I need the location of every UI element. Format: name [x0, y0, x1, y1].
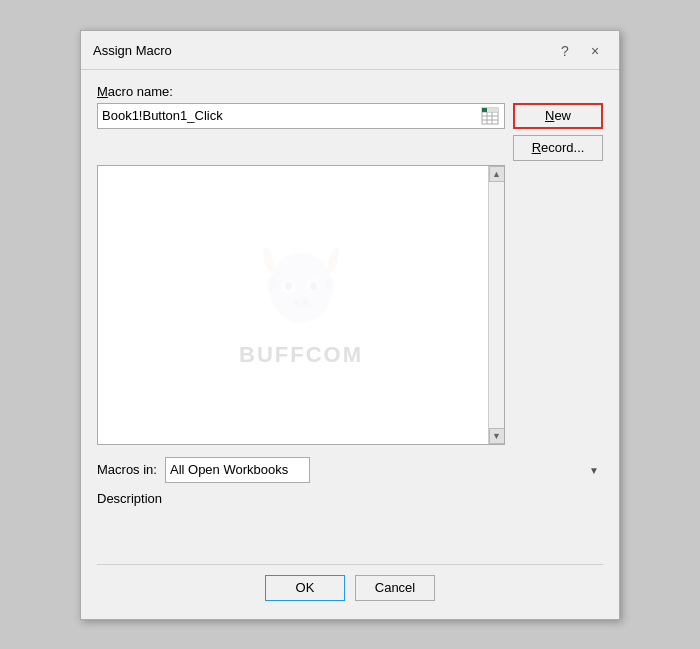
select-chevron-icon: ▼ [589, 464, 599, 475]
watermark-svg [251, 242, 351, 342]
scroll-up-arrow[interactable]: ▲ [489, 166, 505, 182]
macros-in-label: Macros in: [97, 462, 157, 477]
scroll-track [489, 182, 504, 428]
assign-macro-dialog: Assign Macro ? × Macro name: [80, 30, 620, 620]
macro-name-input[interactable] [102, 108, 480, 123]
macro-name-label: Macro name: [97, 84, 603, 99]
title-bar: Assign Macro ? × [81, 31, 619, 70]
scroll-down-arrow[interactable]: ▼ [489, 428, 505, 444]
cancel-button[interactable]: Cancel [355, 575, 435, 601]
svg-point-18 [325, 277, 335, 290]
macro-name-input-wrap [97, 103, 505, 129]
record-button[interactable]: Record... [513, 135, 603, 161]
svg-point-13 [310, 282, 317, 290]
macro-name-label-text: Macro name: [97, 84, 173, 99]
dialog-content: Macro name: [81, 70, 619, 619]
help-button[interactable]: ? [553, 39, 577, 63]
svg-rect-7 [487, 108, 492, 112]
macro-browse-icon[interactable] [480, 106, 500, 126]
svg-point-12 [285, 282, 292, 290]
svg-point-9 [269, 252, 332, 322]
macro-list[interactable]: BUFFCOM ▲ ▼ [97, 165, 505, 445]
footer-buttons: OK Cancel [97, 564, 603, 607]
macros-in-select[interactable]: All Open Workbooks This Workbook New Wor… [165, 457, 310, 483]
macros-in-row: Macros in: All Open Workbooks This Workb… [97, 457, 603, 483]
button-column: New Record... [513, 103, 603, 161]
svg-point-16 [303, 300, 308, 305]
list-scrollbar[interactable]: ▲ ▼ [488, 166, 504, 444]
main-area: BUFFCOM ▲ ▼ [97, 165, 603, 445]
watermark: BUFFCOM [239, 242, 363, 368]
svg-rect-6 [482, 108, 487, 112]
new-button[interactable]: New [513, 103, 603, 129]
ok-button[interactable]: OK [265, 575, 345, 601]
description-area [97, 510, 603, 560]
dialog-title: Assign Macro [93, 43, 172, 58]
svg-rect-8 [492, 108, 498, 112]
macros-in-select-wrapper: All Open Workbooks This Workbook New Wor… [165, 457, 603, 483]
macro-name-row: New Record... [97, 103, 603, 161]
watermark-text: BUFFCOM [239, 342, 363, 368]
svg-point-17 [267, 277, 277, 290]
title-bar-left: Assign Macro [93, 43, 172, 58]
close-button[interactable]: × [583, 39, 607, 63]
description-label: Description [97, 491, 603, 506]
svg-point-15 [294, 300, 299, 305]
title-bar-right: ? × [553, 39, 607, 63]
